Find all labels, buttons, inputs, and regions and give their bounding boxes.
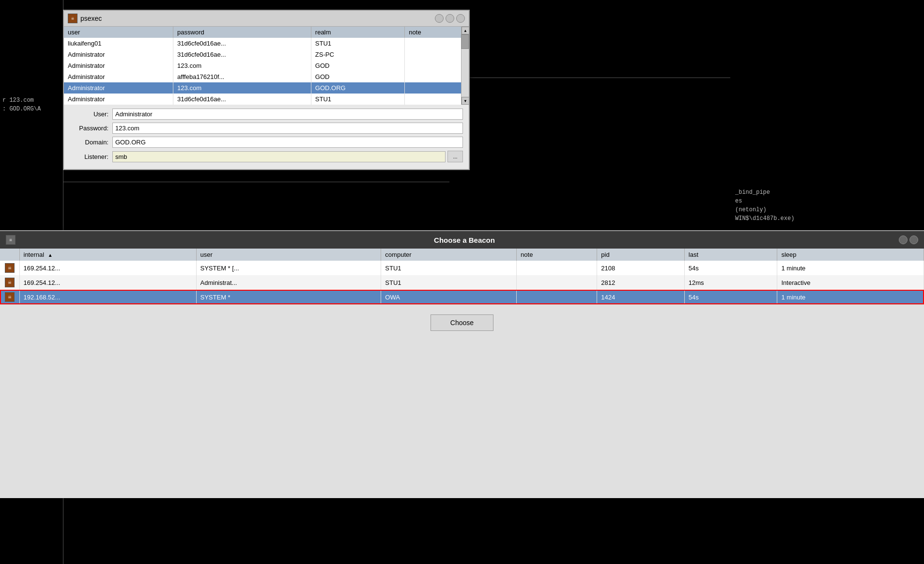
beacon-titlebar: ☠ Choose a Beacon (0, 231, 924, 249)
psexec-minimize-button[interactable] (435, 14, 444, 23)
beacon-row-icon-2: ☠ (5, 292, 15, 302)
beacon-computer-1: STU1 (381, 275, 517, 290)
beacon-pid-1: 2812 (597, 275, 684, 290)
terminal-right-line-1: _bind_pipe (735, 189, 919, 196)
beacon-note-1 (517, 275, 597, 290)
header-user[interactable]: user (196, 249, 381, 261)
beacon-note-0 (517, 261, 597, 275)
listener-input[interactable] (112, 151, 446, 162)
beacon-icon-area: ☠ (6, 235, 30, 245)
beacon-last-1: 12ms (684, 275, 777, 290)
cred-password-0: 31d6cfe0d16ae... (173, 38, 311, 49)
psexec-window-controls (435, 14, 465, 23)
cred-realm-3: GOD (311, 71, 405, 82)
divider-line-2 (0, 182, 449, 182)
beacon-computer-2: OWA (381, 290, 517, 304)
credential-row-0[interactable]: liukaifeng01 31d6cfe0d16ae... STU1 (64, 38, 469, 49)
password-label: Password: (70, 125, 108, 132)
cred-user-2: Administrator (64, 60, 173, 71)
header-computer[interactable]: computer (381, 249, 517, 261)
psexec-titlebar: ☠ psexec (64, 11, 469, 27)
beacon-dialog-title: Choose a Beacon (30, 236, 899, 244)
beacon-table-container: internal ▲ user computer note pid last s… (0, 249, 924, 304)
cred-password-5: 31d6cfe0d16ae... (173, 94, 311, 105)
header-last[interactable]: last (684, 249, 777, 261)
header-sleep[interactable]: sleep (777, 249, 924, 261)
beacon-internal-1: 169.254.12... (19, 275, 196, 290)
beacon-pid-0: 2108 (597, 261, 684, 275)
cred-realm-1: ZS-PC (311, 49, 405, 60)
beacon-icon-cell-2: ☠ (0, 290, 19, 304)
beacon-internal-0: 169.254.12... (19, 261, 196, 275)
beacon-row-icon-0: ☠ (5, 263, 15, 273)
header-note[interactable]: note (517, 249, 597, 261)
credential-row-1[interactable]: Administrator 31d6cfe0d16ae... ZS-PC (64, 49, 469, 60)
psexec-title-left: ☠ psexec (68, 14, 102, 23)
choose-button[interactable]: Choose (431, 314, 493, 331)
psexec-maximize-button[interactable] (446, 14, 454, 23)
beacon-sleep-0: 1 minute (777, 261, 924, 275)
terminal-left-line-2: : GOD.ORG\A (2, 106, 61, 112)
scrollbar-down[interactable]: ▼ (462, 97, 469, 105)
header-icon-col (0, 249, 19, 261)
cred-user-1: Administrator (64, 49, 173, 60)
beacon-user-1: Administrat... (196, 275, 381, 290)
beacon-window-controls (899, 235, 918, 244)
sort-arrow-internal: ▲ (48, 252, 53, 258)
password-input[interactable] (112, 123, 463, 134)
cred-realm-0: STU1 (311, 38, 405, 49)
beacon-row-2[interactable]: ☠ 192.168.52... SYSTEM * OWA 1424 54s 1 … (0, 290, 924, 304)
header-user: user (64, 27, 173, 38)
cred-password-3: afffeba176210f... (173, 71, 311, 82)
cred-user-5: Administrator (64, 94, 173, 105)
beacon-internal-2: 192.168.52... (19, 290, 196, 304)
scrollbar-up[interactable]: ▲ (462, 27, 469, 34)
listener-row: Listener: ... (70, 151, 463, 162)
scrollbar-thumb[interactable] (461, 34, 469, 49)
beacon-user-0: SYSTEM * [... (196, 261, 381, 275)
credential-row-5[interactable]: Administrator 31d6cfe0d16ae... STU1 (64, 94, 469, 105)
beacon-computer-0: STU1 (381, 261, 517, 275)
credential-row-2[interactable]: Administrator 123.com GOD (64, 60, 469, 71)
psexec-close-button[interactable] (456, 14, 465, 23)
beacon-table-header-row: internal ▲ user computer note pid last s… (0, 249, 924, 261)
cred-note-4 (405, 82, 469, 94)
cred-realm-2: GOD (311, 60, 405, 71)
browse-button[interactable]: ... (447, 151, 463, 162)
domain-input[interactable] (112, 137, 463, 148)
beacon-maximize-button[interactable] (909, 235, 918, 244)
user-label: User: (70, 110, 108, 118)
beacon-sleep-2: 1 minute (777, 290, 924, 304)
user-input[interactable] (112, 109, 463, 120)
beacon-dialog: ☠ Choose a Beacon internal ▲ user comput… (0, 230, 924, 498)
credential-row-4[interactable]: Administrator 123.com GOD.ORG (64, 82, 469, 94)
header-realm: realm (311, 27, 405, 38)
header-password: password (173, 27, 311, 38)
header-internal[interactable]: internal ▲ (19, 249, 196, 261)
beacon-sleep-1: Interactive (777, 275, 924, 290)
beacon-row-0[interactable]: ☠ 169.254.12... SYSTEM * [... STU1 2108 … (0, 261, 924, 275)
beacon-table: internal ▲ user computer note pid last s… (0, 249, 924, 304)
terminal-left-line-1: r 123.com (2, 97, 61, 104)
beacon-row-1[interactable]: ☠ 169.254.12... Administrat... STU1 2812… (0, 275, 924, 290)
beacon-last-0: 54s (684, 261, 777, 275)
header-pid[interactable]: pid (597, 249, 684, 261)
cred-note-2 (405, 60, 469, 71)
beacon-minimize-button[interactable] (899, 235, 908, 244)
credential-row-3[interactable]: Administrator afffeba176210f... GOD (64, 71, 469, 82)
cred-password-4: 123.com (173, 82, 311, 94)
beacon-pid-2: 1424 (597, 290, 684, 304)
cred-password-2: 123.com (173, 60, 311, 71)
scrollbar-track: ▲ ▼ (461, 27, 469, 105)
cred-note-5 (405, 94, 469, 105)
beacon-app-icon: ☠ (6, 235, 15, 245)
beacon-last-2: 54s (684, 290, 777, 304)
user-row: User: (70, 109, 463, 120)
domain-label: Domain: (70, 139, 108, 146)
beacon-user-2: SYSTEM * (196, 290, 381, 304)
cred-note-3 (405, 71, 469, 82)
cred-user-4: Administrator (64, 82, 173, 94)
cred-password-1: 31d6cfe0d16ae... (173, 49, 311, 60)
beacon-bottom-area: Choose (0, 304, 924, 498)
terminal-right-line-5: WIN$\d1c487b.exe) (735, 215, 919, 222)
